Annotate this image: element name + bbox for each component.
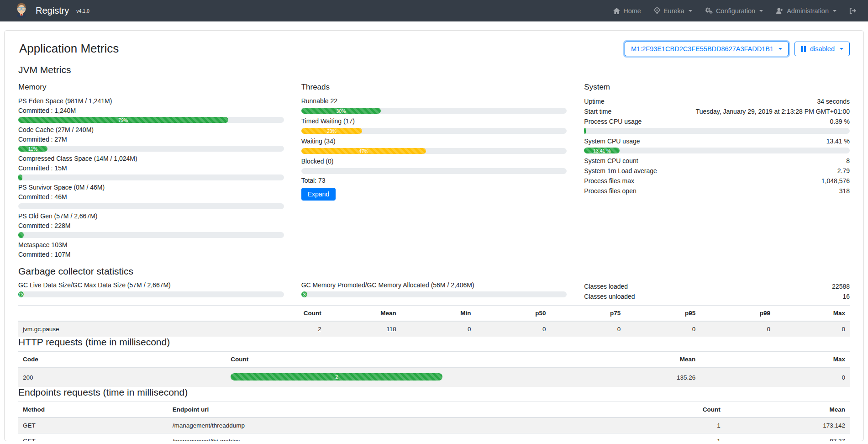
memory-metric-metaspace: Metaspace 103M Committed : 107M <box>18 240 284 259</box>
endpoints-cell-mean: 173.142 <box>725 418 850 433</box>
progress-track <box>18 232 284 238</box>
http-cell-mean: 135.26 <box>526 367 700 387</box>
metric-label: Metaspace 103M <box>18 240 284 250</box>
thread-metric-runnable: Runnable 22 30% <box>301 96 567 114</box>
gc-table: Count Mean Min p50 p75 p95 p99 Max jvm.g… <box>18 305 850 337</box>
kv-value: 1,048,576 <box>821 176 850 185</box>
http-col-count: Count <box>226 352 526 368</box>
nav-item-label: Home <box>623 7 641 15</box>
metric-label: Blocked (0) <box>301 157 567 166</box>
metric-label: Code Cache (27M / 240M) <box>18 125 284 135</box>
user-plus-icon <box>776 8 784 14</box>
progress-track: 30% <box>301 108 567 114</box>
endpoints-table-header: Method Endpoint url Count Mean <box>18 402 850 418</box>
jvm-metrics-heading: JVM Metrics <box>18 64 850 75</box>
gc-cell-count: 2 <box>251 321 326 337</box>
kv-value: 16 <box>842 292 850 301</box>
progress-bar: 11% <box>18 146 47 152</box>
metrics-page-card: Application Metrics M1:2F93E1CBD2C3FE55B… <box>4 30 864 441</box>
progress-bar <box>584 128 585 134</box>
classes-unloaded-row: Classes unloaded 16 <box>584 291 850 301</box>
progress-track: 47% <box>301 148 567 154</box>
endpoints-col-method: Method <box>18 402 168 418</box>
gc-col-name <box>18 306 251 322</box>
brand-version: v4.1.0 <box>76 8 89 14</box>
gc-col-min: Min <box>401 306 476 322</box>
progress-track: 13.41 % <box>584 148 850 153</box>
endpoints-requests-table: Method Endpoint url Count Mean GET /mana… <box>18 402 850 441</box>
nav-item-configuration[interactable]: Configuration <box>705 7 763 15</box>
system-row-load-average: System 1m Load average 2.79 <box>584 166 850 176</box>
chevron-down-icon <box>779 48 782 50</box>
thread-metric-waiting: Waiting (34) 47% <box>301 137 567 154</box>
progress-track <box>584 128 850 134</box>
progress-track <box>18 174 284 180</box>
endpoints-cell-count: 1 <box>600 418 725 433</box>
metric-committed: Committed : 27M <box>18 135 284 144</box>
endpoints-cell-method: GET <box>18 433 168 441</box>
chevron-down-icon <box>689 10 692 12</box>
kv-label: Start time <box>584 107 611 116</box>
progress-track: 3 <box>301 291 567 297</box>
endpoints-cell-url: /management/jhi-metrics <box>168 433 600 441</box>
kv-value: 2.79 <box>837 166 850 175</box>
http-col-code: Code <box>18 352 226 368</box>
kv-value: 22588 <box>832 282 850 291</box>
progress-bar: 3 <box>301 291 307 297</box>
gc-cell-mean: 118 <box>326 321 401 337</box>
progress-bar: 2 <box>231 373 442 381</box>
metric-committed: Committed : 15M <box>18 164 284 173</box>
progress-track: 79% <box>18 117 284 123</box>
gc-col-p99: p99 <box>700 306 775 322</box>
progress-bar: 79% <box>18 117 228 123</box>
top-navbar: Registry v4.1.0 Home Eureka <box>0 0 868 21</box>
kv-label: System 1m Load average <box>584 166 657 175</box>
nav-item-eureka[interactable]: Eureka <box>654 7 692 15</box>
brand-name: Registry <box>36 5 69 16</box>
progress-bar <box>18 174 22 180</box>
nav-item-home[interactable]: Home <box>613 7 641 15</box>
gc-table-row: jvm.gc.pause 2 118 0 0 0 0 0 0 <box>18 321 850 337</box>
gc-cell-max: 0 <box>775 321 850 337</box>
progress-track: 11% <box>18 146 284 152</box>
gc-classes: Classes loaded 22588 Classes unloaded 16 <box>584 280 850 301</box>
progress-bar: 13.41 % <box>584 148 620 153</box>
expand-threads-button[interactable]: Expand <box>301 188 336 201</box>
instance-selector-dropdown[interactable]: M1:2F93E1CBD2C3FE55BDD8627A3FADD1B1 <box>625 42 789 56</box>
system-row-uptime: Uptime 34 seconds <box>584 96 850 106</box>
nav-item-label: Eureka <box>663 7 684 15</box>
nav-item-administration[interactable]: Administration <box>776 7 836 15</box>
gc-cell-p95: 0 <box>625 321 700 337</box>
metric-label: GC Live Data Size/GC Max Data Size (57M … <box>18 280 284 290</box>
metric-label: Compressed Class Space (14M / 1,024M) <box>18 154 284 164</box>
http-col-max: Max <box>700 352 850 368</box>
http-requests-table: Code Count Mean Max 200 2 135.26 0 <box>18 351 850 387</box>
system-row-files-max: Process files max 1,048,576 <box>584 176 850 186</box>
gc-cell-min: 0 <box>401 321 476 337</box>
kv-value: 318 <box>839 186 850 196</box>
kv-value: 0.39 % <box>830 117 850 126</box>
home-icon <box>613 8 620 14</box>
kv-label: System CPU count <box>584 156 638 165</box>
gc-heading: Garbage collector statistics <box>18 266 850 277</box>
endpoints-col-count: Count <box>600 402 725 418</box>
threads-column: Threads Runnable 22 30% Timed Waiting (1… <box>301 79 567 259</box>
metric-label: PS Eden Space (981M / 1,241M) <box>18 96 284 106</box>
memory-metric-eden: PS Eden Space (981M / 1,241M) Committed … <box>18 96 284 123</box>
gc-live-data: GC Live Data Size/GC Max Data Size (57M … <box>18 280 284 301</box>
memory-heading: Memory <box>18 83 284 92</box>
brand-link[interactable]: Registry v4.1.0 <box>14 2 89 20</box>
progress-track: 13 <box>18 291 284 297</box>
kv-label: Process files open <box>584 186 636 196</box>
endpoints-cell-url: /management/threaddump <box>168 418 600 433</box>
memory-column: Memory PS Eden Space (981M / 1,241M) Com… <box>18 79 284 259</box>
memory-metric-code-cache: Code Cache (27M / 240M) Committed : 27M … <box>18 125 284 152</box>
instance-selector-label: M1:2F93E1CBD2C3FE55BDD8627A3FADD1B1 <box>631 44 773 53</box>
http-col-mean: Mean <box>526 352 700 368</box>
sign-out-icon <box>849 7 856 14</box>
threads-total: Total: 73 <box>301 177 567 184</box>
gc-cell-p99: 0 <box>700 321 775 337</box>
refresh-toggle-dropdown[interactable]: disabled <box>794 42 850 56</box>
nav-item-label: Administration <box>787 7 829 15</box>
sign-out-button[interactable] <box>849 7 856 14</box>
